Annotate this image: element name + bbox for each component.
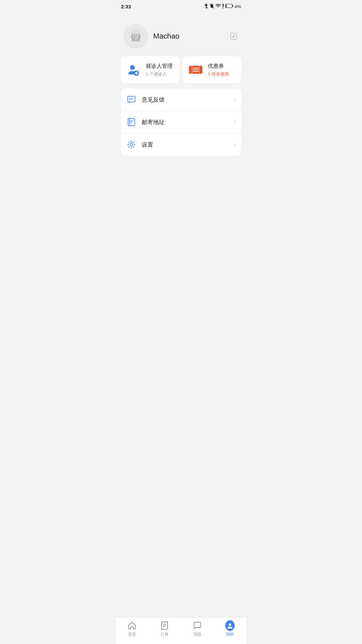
svg-rect-25	[128, 96, 135, 102]
patient-card-title: 就诊人管理	[146, 63, 173, 70]
warning-icon	[222, 4, 224, 9]
main-content: Machao	[116, 12, 246, 283]
coupon-icon	[188, 62, 203, 77]
settings-chevron: ›	[234, 142, 236, 148]
address-menu-item[interactable]: 邮寄地址 ›	[121, 111, 241, 133]
coupon-card-text: 优惠券 1 张未使用	[208, 63, 229, 77]
battery-icon	[225, 4, 233, 9]
svg-point-34	[128, 142, 134, 148]
bluetooth-icon	[204, 3, 208, 10]
svg-rect-5	[233, 5, 233, 7]
feedback-left: 意见反馈	[126, 95, 165, 105]
feedback-label: 意见反馈	[142, 96, 165, 104]
svg-rect-13	[231, 33, 237, 39]
svg-rect-28	[128, 118, 135, 126]
cards-row: 就诊人管理 1 个就诊人 优惠券 1 张未使用	[121, 56, 241, 83]
patient-card-subtitle: 1 个就诊人	[146, 71, 173, 77]
svg-point-15	[130, 65, 135, 70]
profile-left: Machao	[124, 24, 179, 48]
patient-icon	[126, 62, 141, 77]
svg-rect-3	[223, 7, 224, 8]
notification-mute-icon	[209, 3, 214, 10]
address-icon	[126, 117, 136, 127]
status-bar: 2:33	[116, 0, 246, 12]
feedback-menu-item[interactable]: 意见反馈 ›	[121, 89, 241, 111]
settings-label: 设置	[142, 141, 153, 149]
svg-point-11	[134, 35, 135, 36]
address-left: 邮寄地址	[126, 117, 165, 127]
status-icons: 4%	[204, 3, 241, 10]
coupon-card-subtitle: 1 张未使用	[208, 71, 229, 77]
settings-left: 设置	[126, 140, 153, 150]
menu-section: 意见反馈 › 邮寄地址 ›	[121, 89, 241, 156]
status-time: 2:33	[121, 4, 131, 9]
svg-rect-10	[132, 32, 139, 34]
edit-profile-button[interactable]	[229, 32, 238, 41]
username: Machao	[153, 32, 179, 41]
patient-card-text: 就诊人管理 1 个就诊人	[146, 63, 173, 77]
svg-point-33	[130, 143, 133, 146]
address-label: 邮寄地址	[142, 118, 165, 126]
feedback-chevron: ›	[234, 97, 236, 103]
profile-section: Machao	[121, 17, 241, 56]
settings-menu-item[interactable]: 设置 ›	[121, 133, 241, 156]
battery-percent: 4%	[235, 4, 241, 9]
svg-rect-6	[226, 5, 227, 7]
patient-management-card[interactable]: 就诊人管理 1 个就诊人	[121, 56, 179, 83]
svg-rect-2	[223, 4, 224, 7]
address-chevron: ›	[234, 119, 236, 125]
svg-line-14	[233, 36, 234, 37]
feedback-icon	[126, 95, 136, 105]
coupon-card[interactable]: 优惠券 1 张未使用	[183, 56, 241, 83]
wifi-icon	[216, 4, 221, 9]
settings-icon	[126, 140, 136, 150]
avatar	[124, 24, 148, 48]
coupon-card-title: 优惠券	[208, 63, 229, 70]
svg-rect-0	[212, 7, 213, 8]
svg-point-12	[137, 35, 138, 36]
